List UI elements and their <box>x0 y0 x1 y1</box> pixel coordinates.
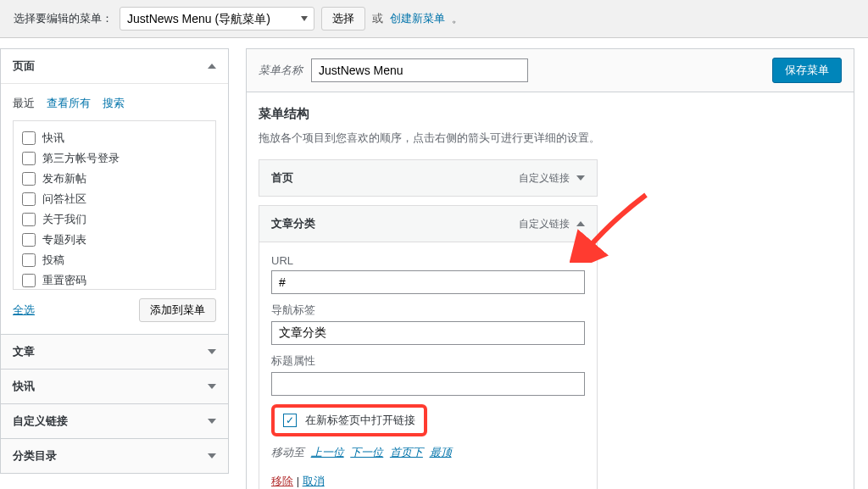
list-item: 重置密码 <box>22 270 207 290</box>
structure-desc: 拖放各个项目到您喜欢的顺序，点击右侧的箭头可进行更详细的设置。 <box>259 131 842 146</box>
chevron-up-icon <box>208 64 216 69</box>
menu-item-category-header[interactable]: 文章分类 自定义链接 <box>259 206 597 242</box>
menu-select-label: 选择要编辑的菜单： <box>14 11 113 26</box>
move-down-link[interactable]: 下一位 <box>350 446 383 458</box>
list-item: 投稿 <box>22 250 207 270</box>
structure-title: 菜单结构 <box>259 106 842 122</box>
menu-selector-bar: 选择要编辑的菜单： JustNews Menu (导航菜单) 选择 或 创建新菜… <box>0 0 868 38</box>
or-text: 或 <box>372 11 383 26</box>
page-checkbox[interactable] <box>22 253 36 267</box>
sidebar-panel-custom-links[interactable]: 自定义链接 <box>1 404 228 438</box>
tab-view-all[interactable]: 查看所有 <box>47 92 91 115</box>
list-item: 问答社区 <box>22 189 207 209</box>
list-item: 发布新帖 <box>22 169 207 189</box>
open-new-tab-label: 在新标签页中打开链接 <box>305 413 415 428</box>
period: 。 <box>452 11 463 26</box>
chevron-down-icon <box>576 175 585 181</box>
add-to-menu-button[interactable]: 添加到菜单 <box>139 298 216 322</box>
move-row: 移动至 上一位 下一位 首页下 最顶 <box>271 445 585 460</box>
list-item: 第三方帐号登录 <box>22 148 207 169</box>
content-area: 菜单名称 保存菜单 菜单结构 拖放各个项目到您喜欢的顺序，点击右侧的箭头可进行更… <box>246 48 854 489</box>
move-under-link[interactable]: 首页下 <box>390 446 423 458</box>
url-input[interactable] <box>271 270 585 294</box>
chevron-down-icon <box>208 384 216 389</box>
title-attr-label: 标题属性 <box>271 353 585 369</box>
cancel-link[interactable]: 取消 <box>303 475 325 487</box>
url-label: URL <box>271 254 585 267</box>
menu-header: 菜单名称 保存菜单 <box>246 48 854 92</box>
chevron-down-icon <box>208 453 216 458</box>
sidebar-panel-pages[interactable]: 页面 <box>1 49 228 84</box>
remove-row: 移除 | 取消 <box>271 474 585 489</box>
menu-item-home-header[interactable]: 首页 自定义链接 <box>259 160 597 196</box>
nav-label-input[interactable] <box>271 321 585 345</box>
chevron-down-icon <box>208 419 216 424</box>
list-item: 专题列表 <box>22 230 207 250</box>
page-checkbox[interactable] <box>22 213 36 226</box>
page-checkbox[interactable] <box>22 274 36 287</box>
sidebar-panel-news[interactable]: 快讯 <box>1 370 228 403</box>
title-attr-input[interactable] <box>271 372 585 396</box>
pages-panel-body: 最近 查看所有 搜索 快讯 第三方帐号登录 发布新帖 问答社区 关于我们 专题列… <box>1 84 228 334</box>
select-all-link[interactable]: 全选 <box>13 303 35 318</box>
save-menu-button[interactable]: 保存菜单 <box>772 58 842 83</box>
page-checkbox-list: 快讯 第三方帐号登录 发布新帖 问答社区 关于我们 专题列表 投稿 重置密码 <box>13 120 216 290</box>
create-new-menu-link[interactable]: 创建新菜单 <box>390 11 445 26</box>
chevron-down-icon <box>208 349 216 354</box>
select-menu-button[interactable]: 选择 <box>321 7 365 31</box>
page-checkbox[interactable] <box>22 233 36 247</box>
menu-name-input[interactable] <box>311 58 528 82</box>
remove-link[interactable]: 移除 <box>271 475 293 487</box>
page-checkbox[interactable] <box>22 172 36 186</box>
page-checkbox[interactable] <box>22 192 36 206</box>
sidebar-panel-categories[interactable]: 分类目录 <box>1 439 228 473</box>
menu-item-category-body: URL 导航标签 标题属性 ✓ 在新标签页中打开链接 <box>259 242 597 489</box>
menu-item-category: 文章分类 自定义链接 URL 导航标签 <box>259 205 598 489</box>
list-item: 关于我们 <box>22 209 207 230</box>
move-top-link[interactable]: 最顶 <box>430 446 452 458</box>
nav-label-label: 导航标签 <box>271 303 585 318</box>
menu-structure: 菜单结构 拖放各个项目到您喜欢的顺序，点击右侧的箭头可进行更详细的设置。 首页 … <box>246 92 854 489</box>
tab-recent[interactable]: 最近 <box>13 92 35 115</box>
chevron-up-icon <box>576 221 585 226</box>
menu-item-home: 首页 自定义链接 <box>259 159 598 197</box>
pages-tabs: 最近 查看所有 搜索 <box>13 92 216 115</box>
tab-search[interactable]: 搜索 <box>103 92 125 115</box>
sidebar-panel-posts[interactable]: 文章 <box>1 335 228 369</box>
open-new-tab-checkbox[interactable]: ✓ <box>283 414 297 427</box>
menu-name-label: 菜单名称 <box>259 63 303 78</box>
list-item: 快讯 <box>22 128 207 148</box>
sidebar: 页面 最近 查看所有 搜索 快讯 第三方帐号登录 发布新帖 问答社区 关于我们 <box>0 48 229 489</box>
menu-select-dropdown[interactable]: JustNews Menu (导航菜单) <box>120 7 314 31</box>
page-checkbox[interactable] <box>22 152 36 165</box>
page-checkbox[interactable] <box>22 131 36 145</box>
highlighted-checkbox-area: ✓ 在新标签页中打开链接 <box>271 404 427 436</box>
move-up-link[interactable]: 上一位 <box>311 446 344 458</box>
